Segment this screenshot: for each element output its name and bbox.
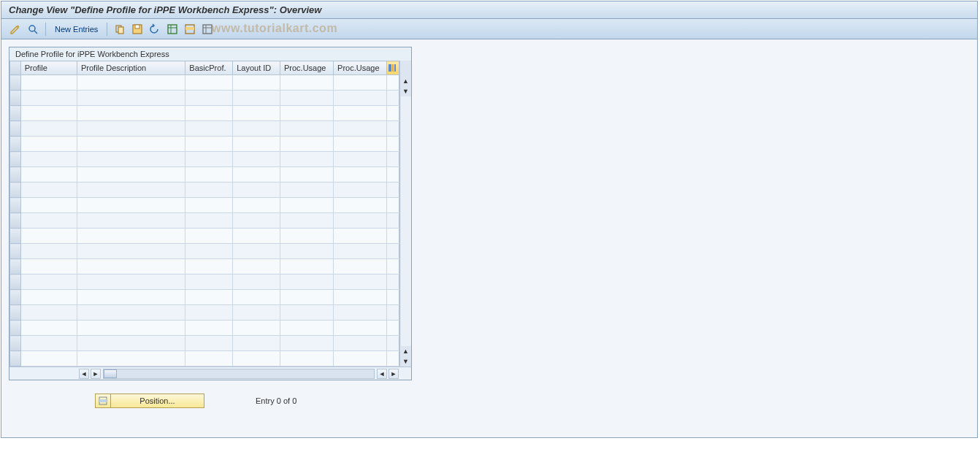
cell[interactable] xyxy=(280,305,333,321)
cell[interactable] xyxy=(20,321,77,336)
hscroll-track[interactable] xyxy=(103,369,375,379)
cell[interactable] xyxy=(20,106,77,121)
cell[interactable] xyxy=(233,106,280,121)
cell[interactable] xyxy=(334,106,387,121)
cell[interactable] xyxy=(20,244,77,259)
table-row[interactable] xyxy=(10,183,399,198)
cell[interactable] xyxy=(185,259,233,275)
col-layout-id[interactable]: Layout ID xyxy=(233,61,280,75)
deselect-all-icon[interactable] xyxy=(201,23,214,36)
select-all-header[interactable] xyxy=(10,61,21,75)
cell[interactable] xyxy=(334,275,387,290)
cell[interactable] xyxy=(233,321,280,336)
position-icon[interactable] xyxy=(95,394,111,408)
cell[interactable] xyxy=(233,259,280,275)
table-row[interactable] xyxy=(10,91,399,106)
table-row[interactable] xyxy=(10,137,399,152)
cell[interactable] xyxy=(77,244,185,259)
cell[interactable] xyxy=(20,305,77,321)
col-proc-usage-2[interactable]: Proc.Usage xyxy=(334,61,387,75)
row-selector[interactable] xyxy=(10,305,21,321)
cell[interactable] xyxy=(185,229,233,244)
scroll-left2-icon[interactable]: ► xyxy=(91,369,101,379)
cell[interactable] xyxy=(280,229,333,244)
cell[interactable] xyxy=(334,229,387,244)
row-selector[interactable] xyxy=(10,152,21,167)
cell[interactable] xyxy=(77,152,185,167)
cell[interactable] xyxy=(20,275,77,290)
cell[interactable] xyxy=(20,336,77,351)
row-selector[interactable] xyxy=(10,351,21,367)
cell[interactable] xyxy=(280,213,333,229)
cell[interactable] xyxy=(280,106,333,121)
cell[interactable] xyxy=(233,244,280,259)
cell[interactable] xyxy=(233,229,280,244)
cell[interactable] xyxy=(334,244,387,259)
cell[interactable] xyxy=(233,213,280,229)
cell[interactable] xyxy=(20,75,77,91)
undo-icon[interactable] xyxy=(148,23,161,36)
cell[interactable] xyxy=(77,198,185,213)
table-row[interactable] xyxy=(10,351,399,367)
cell[interactable] xyxy=(20,198,77,213)
cell[interactable] xyxy=(280,137,333,152)
row-selector[interactable] xyxy=(10,167,21,183)
cell[interactable] xyxy=(20,167,77,183)
table-row[interactable] xyxy=(10,336,399,351)
cell[interactable] xyxy=(185,198,233,213)
row-selector[interactable] xyxy=(10,121,21,137)
details-icon[interactable] xyxy=(26,23,39,36)
col-proc-usage-1[interactable]: Proc.Usage xyxy=(280,61,333,75)
cell[interactable] xyxy=(20,137,77,152)
cell[interactable] xyxy=(334,351,387,367)
col-basic-prof[interactable]: BasicProf. xyxy=(185,61,233,75)
cell[interactable] xyxy=(185,275,233,290)
cell[interactable] xyxy=(334,167,387,183)
cell[interactable] xyxy=(334,290,387,305)
scroll-left-icon[interactable]: ◄ xyxy=(79,369,89,379)
cell[interactable] xyxy=(20,91,77,106)
cell[interactable] xyxy=(280,321,333,336)
row-selector[interactable] xyxy=(10,290,21,305)
table-row[interactable] xyxy=(10,213,399,229)
cell[interactable] xyxy=(20,152,77,167)
cell[interactable] xyxy=(233,275,280,290)
cell[interactable] xyxy=(77,336,185,351)
cell[interactable] xyxy=(280,198,333,213)
cell[interactable] xyxy=(334,121,387,137)
change-icon[interactable] xyxy=(9,23,22,36)
table-row[interactable] xyxy=(10,259,399,275)
cell[interactable] xyxy=(20,290,77,305)
cell[interactable] xyxy=(233,121,280,137)
row-selector[interactable] xyxy=(10,336,21,351)
scroll-up2-icon[interactable]: ▼ xyxy=(401,86,411,96)
cell[interactable] xyxy=(77,121,185,137)
cell[interactable] xyxy=(185,336,233,351)
select-all-icon[interactable] xyxy=(166,23,179,36)
cell[interactable] xyxy=(280,290,333,305)
table-row[interactable] xyxy=(10,321,399,336)
select-block-icon[interactable] xyxy=(183,23,196,36)
cell[interactable] xyxy=(233,152,280,167)
cell[interactable] xyxy=(334,91,387,106)
cell[interactable] xyxy=(280,183,333,198)
cell[interactable] xyxy=(334,137,387,152)
vertical-scrollbar[interactable]: ▲ ▼ ▲ ▼ xyxy=(399,61,411,367)
cell[interactable] xyxy=(280,167,333,183)
cell[interactable] xyxy=(185,305,233,321)
cell[interactable] xyxy=(334,152,387,167)
cell[interactable] xyxy=(334,305,387,321)
table-row[interactable] xyxy=(10,152,399,167)
cell[interactable] xyxy=(77,305,185,321)
cell[interactable] xyxy=(233,290,280,305)
cell[interactable] xyxy=(20,183,77,198)
hscroll-thumb[interactable] xyxy=(104,369,117,378)
position-button[interactable]: Position... xyxy=(111,394,204,408)
cell[interactable] xyxy=(280,259,333,275)
scroll-track[interactable] xyxy=(401,96,411,346)
horizontal-scrollbar[interactable]: ◄ ► ◄ ► xyxy=(9,367,411,380)
col-profile[interactable]: Profile xyxy=(20,61,77,75)
cell[interactable] xyxy=(185,121,233,137)
cell[interactable] xyxy=(233,137,280,152)
col-description[interactable]: Profile Description xyxy=(77,61,185,75)
